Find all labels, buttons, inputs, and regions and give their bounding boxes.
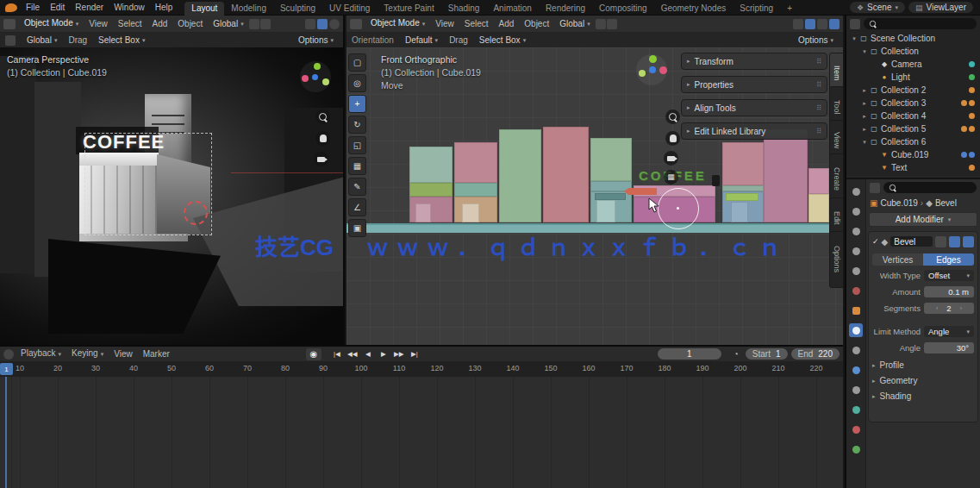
n-panel-section-align-tools[interactable]: ▸Align Tools⠿ bbox=[681, 99, 827, 116]
render-toggle[interactable] bbox=[963, 236, 974, 247]
properties-tab-output[interactable] bbox=[849, 224, 863, 238]
pan-hand-icon[interactable] bbox=[665, 131, 680, 146]
field-value-segments[interactable]: ‹2› bbox=[924, 303, 974, 314]
add-modifier-button[interactable]: Add Modifier ▾ bbox=[869, 212, 977, 227]
building-tower-2[interactable] bbox=[543, 127, 589, 222]
proportional-editing-icon[interactable] bbox=[260, 19, 271, 29]
drag-mode-dropdown[interactable]: Select Box▾ bbox=[94, 35, 149, 45]
badge-dot[interactable] bbox=[969, 113, 975, 119]
outliner-row-cube-019[interactable]: ▼Cube.019 bbox=[846, 148, 980, 161]
tool-transform[interactable]: ▦ bbox=[348, 157, 366, 175]
timeline-editor-icon[interactable] bbox=[3, 349, 14, 360]
viewport-menu-object[interactable]: Object bbox=[519, 16, 554, 32]
properties-editor-icon[interactable] bbox=[870, 183, 880, 193]
viewport-menu-add[interactable]: Add bbox=[494, 16, 520, 32]
workspace-tab-rendering[interactable]: Rendering bbox=[539, 2, 592, 16]
transport-jump-to-end[interactable]: ▶| bbox=[407, 348, 422, 360]
camera-view-icon[interactable] bbox=[314, 152, 328, 166]
workspace-tab-scripting[interactable]: Scripting bbox=[733, 2, 780, 16]
outliner-row-collection[interactable]: ▾▢Collection bbox=[846, 45, 980, 58]
properties-tab-modifiers[interactable] bbox=[849, 323, 863, 337]
properties-tab-object[interactable] bbox=[849, 303, 863, 317]
xray-icon[interactable] bbox=[805, 19, 815, 29]
menu-window[interactable]: Window bbox=[109, 0, 150, 16]
expand-arrow-icon[interactable]: ▸ bbox=[860, 126, 869, 133]
properties-tab-render[interactable] bbox=[849, 204, 863, 218]
workspace-tab-animation[interactable]: Animation bbox=[486, 2, 538, 16]
stepper-right-icon[interactable]: › bbox=[960, 305, 962, 311]
timeline-menu-keying[interactable]: Keying▾ bbox=[66, 346, 109, 362]
blender-logo-icon[interactable] bbox=[5, 3, 17, 12]
properties-tab-world[interactable] bbox=[849, 284, 863, 297]
expand-arrow-icon[interactable]: ▾ bbox=[850, 35, 858, 42]
timeline-menu-marker[interactable]: Marker bbox=[138, 347, 175, 362]
navigation-gizmo[interactable] bbox=[636, 54, 667, 85]
workspace-tab-geometry-nodes[interactable]: Geometry Nodes bbox=[654, 2, 733, 16]
camera-view-icon[interactable] bbox=[664, 151, 678, 166]
drag-mode-dropdown[interactable]: Select Box▾ bbox=[475, 35, 530, 45]
badge-dot[interactable] bbox=[961, 152, 967, 158]
badge-dot[interactable] bbox=[969, 100, 975, 106]
menu-file[interactable]: File bbox=[21, 0, 45, 16]
viewport-menu-object[interactable]: Object bbox=[172, 16, 208, 32]
proportional-editing-icon[interactable] bbox=[607, 19, 617, 29]
side-tab-options[interactable]: Options bbox=[829, 231, 843, 288]
badge-dot[interactable] bbox=[969, 87, 975, 93]
outliner-filter-icon[interactable] bbox=[850, 19, 860, 29]
modifier-enable-checkbox[interactable]: ✓ bbox=[872, 237, 879, 246]
timeline-ruler[interactable]: 1020304050607080901001101201301401501601… bbox=[0, 361, 843, 378]
right-options-dropdown[interactable]: Options▾ bbox=[794, 35, 838, 45]
badge-dot[interactable] bbox=[969, 126, 975, 132]
tool-rotate[interactable]: ↻ bbox=[348, 116, 366, 134]
segment-edges[interactable]: Edges bbox=[923, 253, 974, 266]
workspace-tab-texture-paint[interactable]: Texture Paint bbox=[377, 2, 440, 16]
tool-annotate[interactable]: ✎ bbox=[348, 178, 366, 196]
modifier-name-field[interactable]: Bevel bbox=[890, 236, 933, 247]
workspace-tab-uv-editing[interactable]: UV Editing bbox=[322, 2, 377, 16]
n-panel-section-edit-linked-library[interactable]: ▸Edit Linked Library⠿ bbox=[681, 122, 827, 140]
viewport-menu-object-mode[interactable]: Object Mode▾ bbox=[365, 16, 430, 32]
outliner-row-text[interactable]: ▼Text bbox=[846, 161, 980, 174]
transport-jump-to-start[interactable]: |◀ bbox=[329, 348, 345, 360]
playhead[interactable]: 1 bbox=[0, 363, 13, 375]
breadcrumb-object[interactable]: Cube.019 bbox=[880, 198, 917, 208]
timeline-menu-playback[interactable]: Playback▾ bbox=[16, 346, 66, 362]
show-gizmo-icon[interactable] bbox=[793, 19, 803, 29]
viewlayer-selector[interactable]: ▤ ViewLayer bbox=[908, 2, 973, 13]
editor-type-icon[interactable] bbox=[3, 19, 16, 29]
left-viewport-canvas[interactable]: COFFEE bbox=[0, 47, 343, 345]
pan-hand-icon[interactable] bbox=[315, 131, 330, 146]
segment-vertices[interactable]: Vertices bbox=[872, 253, 923, 266]
field-value-limit-method[interactable]: Angle▾ bbox=[924, 326, 974, 337]
outliner-row-camera[interactable]: ◆Camera bbox=[846, 58, 980, 71]
section-shading[interactable]: ▸Shading bbox=[872, 391, 974, 401]
building-shop-1[interactable] bbox=[409, 147, 453, 222]
expand-arrow-icon[interactable]: ▾ bbox=[860, 139, 869, 146]
workspace-tab-sculpting[interactable]: Sculpting bbox=[273, 2, 322, 16]
menu-edit[interactable]: Edit bbox=[45, 0, 70, 16]
tool-measure[interactable]: ∠ bbox=[348, 198, 366, 216]
viewport-menu-add[interactable]: Add bbox=[147, 16, 173, 32]
keying-clock-icon[interactable]: ◔ bbox=[733, 349, 739, 359]
tool-gizmo-circle[interactable] bbox=[658, 188, 699, 229]
properties-tab-particles[interactable] bbox=[849, 343, 863, 357]
transport-play[interactable]: ▶ bbox=[376, 348, 391, 360]
building-shop-5[interactable] bbox=[808, 168, 829, 222]
edit-mode-toggle[interactable] bbox=[935, 236, 946, 247]
viewport-menu-select[interactable]: Select bbox=[459, 16, 494, 32]
auto-keying-button[interactable]: ◉ bbox=[306, 348, 321, 360]
properties-search-input[interactable] bbox=[883, 182, 977, 193]
properties-tab-tool[interactable] bbox=[849, 185, 863, 198]
badge-dot[interactable] bbox=[969, 61, 975, 67]
left-orientation-dropdown[interactable]: Global▾ bbox=[22, 35, 61, 45]
workspace-tab-compositing[interactable]: Compositing bbox=[592, 2, 654, 16]
building-shop-4[interactable] bbox=[722, 142, 764, 222]
tool-cursor[interactable]: ◎ bbox=[348, 74, 366, 92]
workspace-tab-shading[interactable]: Shading bbox=[441, 2, 487, 16]
building-tower-3[interactable] bbox=[764, 129, 808, 222]
outliner-row-light[interactable]: ●Light bbox=[846, 71, 980, 84]
building-shop-3[interactable] bbox=[590, 138, 632, 222]
badge-dot[interactable] bbox=[961, 100, 967, 106]
properties-tab-scene[interactable] bbox=[849, 264, 863, 278]
outliner-row-collection-4[interactable]: ▸▢Collection 4 bbox=[846, 109, 980, 122]
